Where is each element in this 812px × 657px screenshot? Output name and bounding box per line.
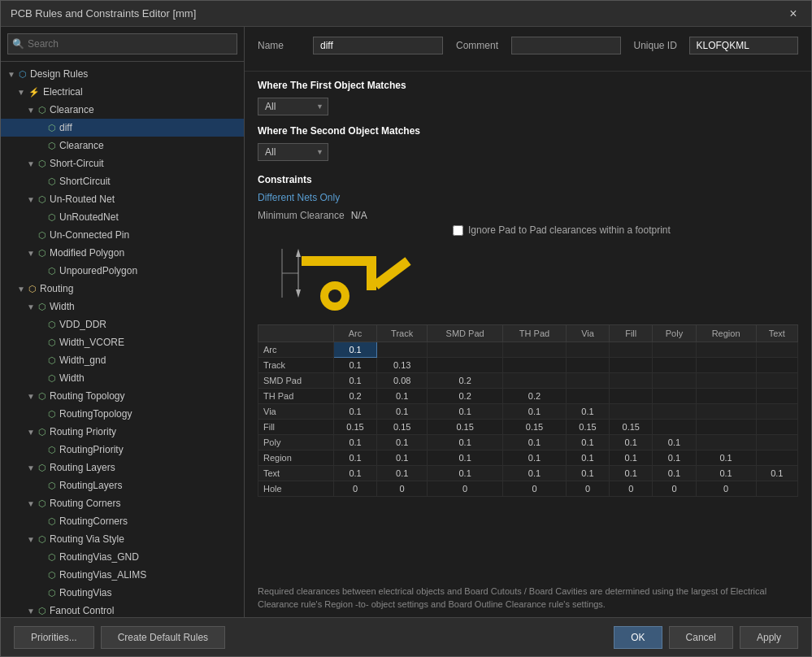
- tree-label-wgnd: Width_gnd: [59, 355, 106, 366]
- ignore-pad-checkbox[interactable]: [453, 225, 463, 236]
- svg-marker-4: [296, 289, 301, 298]
- uid-input[interactable]: [689, 37, 799, 54]
- cell-fill: 0.15: [610, 420, 653, 435]
- cell-smd: 0: [428, 481, 503, 497]
- cell-poly: [653, 404, 696, 420]
- tree-item-diff[interactable]: ⬡ diff: [1, 119, 244, 137]
- row-label: Fill: [258, 420, 334, 435]
- electrical-icon: ⚡: [28, 87, 40, 98]
- cell-track: 0.1: [377, 404, 428, 420]
- rl2-icon: ⬡: [48, 481, 56, 491]
- tree-item-routinglayers[interactable]: ⬡ RoutingLayers: [1, 476, 244, 494]
- priorities-button[interactable]: Priorities...: [14, 626, 94, 649]
- cell-text: 0.1: [756, 466, 797, 481]
- cell-text: [756, 373, 797, 389]
- tree-item-routingcorners[interactable]: ⬡ RoutingCorners: [1, 512, 244, 530]
- where-second-section: Where The Second Object Matches All Net …: [245, 120, 811, 166]
- cell-region: [696, 389, 756, 404]
- tree-item-modified-polygon[interactable]: ▼ ⬡ Modified Polygon: [1, 244, 244, 262]
- where-second-select-wrap[interactable]: All Net Net Class Layer: [258, 143, 328, 161]
- tree-item-routingpriority[interactable]: ⬡ RoutingPriority: [1, 441, 244, 459]
- wgnd-icon: ⬡: [48, 355, 56, 366]
- exp-rt: ▼: [17, 285, 27, 294]
- where-first-select-wrap[interactable]: All Net Net Class Layer: [258, 98, 328, 115]
- tree-item-width-gnd[interactable]: ⬡ Width_gnd: [1, 351, 244, 369]
- cell-track: 0: [377, 481, 428, 497]
- tree-item-clearance-group[interactable]: ▼ ⬡ Clearance: [1, 101, 244, 119]
- cell-via: 0.1: [566, 466, 609, 481]
- tree-item-routing-layers[interactable]: ▼ ⬡ Routing Layers: [1, 459, 244, 476]
- svg-marker-3: [296, 249, 301, 257]
- table-header-row: Arc Track SMD Pad TH Pad Via Fill Poly R…: [258, 325, 798, 342]
- tree-item-routing[interactable]: ▼ ⬡ Routing: [1, 280, 244, 298]
- tree-item-routing-corners[interactable]: ▼ ⬡ Routing Corners: [1, 494, 244, 512]
- comment-input[interactable]: [511, 37, 621, 54]
- cell-via: 0.15: [566, 420, 609, 435]
- exp-rl: ▼: [27, 463, 37, 472]
- search-bar: 🔍: [1, 27, 244, 62]
- svg-point-6: [328, 289, 341, 302]
- cell-region: 0: [696, 481, 756, 497]
- tree-item-width-group[interactable]: ▼ ⬡ Width: [1, 298, 244, 315]
- exp-ucp: [27, 231, 37, 240]
- tree-item-unpouredpolygon[interactable]: ⬡ UnpouredPolygon: [1, 262, 244, 280]
- bottom-right: OK Cancel Apply: [614, 626, 798, 649]
- tree-item-unroutednet[interactable]: ⬡ UnRoutedNet: [1, 208, 244, 226]
- cell-via: 0: [566, 481, 609, 497]
- close-button[interactable]: ×: [785, 6, 801, 22]
- tree-label-unroutednet: UnRoutedNet: [59, 211, 119, 223]
- tree-item-vdd-ddr[interactable]: ⬡ VDD_DDR: [1, 315, 244, 333]
- tree-item-width-vcore[interactable]: ⬡ Width_VCORE: [1, 333, 244, 351]
- tree-item-routingvias-alims[interactable]: ⬡ RoutingVias_ALIMS: [1, 566, 244, 584]
- cell-smd: 0.1: [428, 450, 503, 466]
- name-row: Name Comment Unique ID: [258, 37, 798, 54]
- tree-container[interactable]: ▼ ⬡ Design Rules ▼ ⚡ Electrical ▼: [1, 62, 244, 617]
- cell-th: [503, 342, 567, 358]
- where-first-section: Where The First Object Matches All Net N…: [245, 72, 811, 120]
- tree-item-routing-priority[interactable]: ▼ ⬡ Routing Priority: [1, 423, 244, 441]
- tree-item-electrical[interactable]: ▼ ⚡ Electrical: [1, 83, 244, 101]
- cell-region: [696, 373, 756, 389]
- vdd-icon: ⬡: [48, 320, 56, 330]
- cell-smd: 0.2: [428, 389, 503, 404]
- exp-urn2: [37, 213, 46, 222]
- cell-smd: 0.2: [428, 373, 503, 389]
- tree-label-rc: Routing Corners: [50, 498, 120, 509]
- rp2-icon: ⬡: [48, 445, 56, 455]
- ok-button[interactable]: OK: [614, 626, 662, 649]
- exp-rl2: [37, 481, 46, 490]
- apply-button[interactable]: Apply: [740, 626, 798, 649]
- cell-arc: 0.15: [333, 420, 376, 435]
- exp-wg: ▼: [27, 302, 37, 311]
- cell-fill: 0: [610, 481, 653, 497]
- tree-item-width[interactable]: ⬡ Width: [1, 369, 244, 387]
- tree-item-shortcircuit[interactable]: ⬡ ShortCircuit: [1, 172, 244, 190]
- cancel-button[interactable]: Cancel: [669, 626, 733, 649]
- where-first-dropdown[interactable]: All Net Net Class Layer: [258, 98, 328, 115]
- tree-item-routing-via-style[interactable]: ▼ ⬡ Routing Via Style: [1, 530, 244, 548]
- tree-item-unrouted-net[interactable]: ▼ ⬡ Un-Routed Net: [1, 190, 244, 208]
- exp-rt2: [37, 410, 46, 419]
- rl-icon: ⬡: [38, 463, 46, 473]
- tree-item-clearance[interactable]: ⬡ Clearance: [1, 137, 244, 154]
- create-default-button[interactable]: Create Default Rules: [101, 626, 225, 649]
- tree-label-electrical: Electrical: [43, 86, 83, 98]
- tree-item-routingvias[interactable]: ⬡ RoutingVias: [1, 584, 244, 602]
- tree-item-routing-topology[interactable]: ▼ ⬡ Routing Topology: [1, 387, 244, 405]
- tree-label-ucp: Un-Connected Pin: [50, 229, 129, 241]
- tree-item-design-rules[interactable]: ▼ ⬡ Design Rules: [1, 65, 244, 83]
- diff-nets-link[interactable]: Different Nets Only: [258, 192, 340, 203]
- tree-item-unconnected-pin[interactable]: ⬡ Un-Connected Pin: [1, 226, 244, 244]
- tree-item-routingvias-gnd[interactable]: ⬡ RoutingVias_GND: [1, 548, 244, 566]
- where-second-dropdown[interactable]: All Net Net Class Layer: [258, 143, 328, 161]
- search-input[interactable]: [7, 33, 237, 54]
- tree-item-fanout-control[interactable]: ▼ ⬡ Fanout Control: [1, 602, 244, 617]
- tree-item-short-circuit[interactable]: ▼ ⬡ Short-Circuit: [1, 154, 244, 172]
- tree-item-routingtopology[interactable]: ⬡ RoutingTopology: [1, 405, 244, 423]
- cell-smd: 0.1: [428, 466, 503, 481]
- rvg-icon: ⬡: [48, 552, 56, 563]
- constraints-section: Constraints Different Nets Only Minimum …: [245, 166, 811, 324]
- th-region: Region: [696, 325, 756, 342]
- cell-arc[interactable]: 0.1: [333, 342, 376, 358]
- name-input[interactable]: [313, 37, 443, 54]
